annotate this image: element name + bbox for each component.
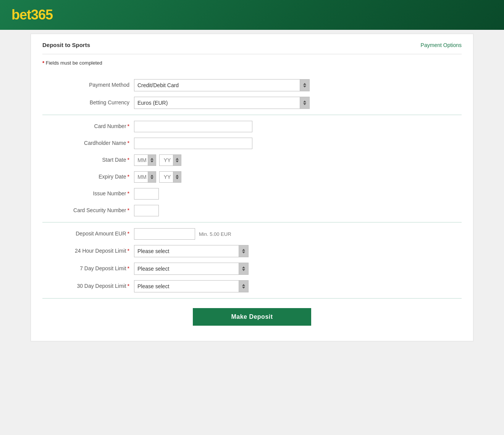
start-date-mm-input[interactable] xyxy=(134,154,156,166)
expiry-date-label: Expiry Date* xyxy=(42,173,134,181)
limit-24h-row: 24 Hour Deposit Limit* Please select xyxy=(42,245,462,257)
deposit-amount-req: * xyxy=(128,230,129,237)
card-security-row: Card Security Number* xyxy=(42,205,462,216)
card-number-label: Card Number* xyxy=(42,123,134,130)
page-title: Deposit to Sports xyxy=(42,42,90,48)
limit-24h-req: * xyxy=(128,248,129,254)
cardholder-name-req: * xyxy=(128,140,129,146)
betting-currency-select-wrapper: Euros (EUR) xyxy=(134,97,310,109)
card-number-input[interactable] xyxy=(134,121,252,132)
card-security-input[interactable] xyxy=(134,205,159,216)
expiry-date-yy-wrapper xyxy=(159,171,181,183)
limit-30day-select[interactable]: Please select xyxy=(134,280,249,292)
start-date-row: Start Date* xyxy=(42,154,462,166)
limit-24h-label: 24 Hour Deposit Limit* xyxy=(42,247,134,255)
card-security-req: * xyxy=(128,207,129,213)
required-asterisk: * xyxy=(42,60,44,66)
cardholder-name-input[interactable] xyxy=(134,138,252,149)
payment-options-link[interactable]: Payment Options xyxy=(421,42,462,48)
betting-currency-select[interactable]: Euros (EUR) xyxy=(134,97,310,109)
card-number-req: * xyxy=(128,123,129,129)
issue-number-row: Issue Number* xyxy=(42,188,462,200)
expiry-date-row: Expiry Date* xyxy=(42,171,462,183)
make-deposit-button[interactable]: Make Deposit xyxy=(193,308,311,326)
card-section: Card Number* Cardholder Name* Start Date… xyxy=(42,115,462,222)
main-container: Deposit to Sports Payment Options * Fiel… xyxy=(31,34,473,341)
payment-method-select[interactable]: Credit/Debit Card xyxy=(134,79,310,91)
limit-7day-label: 7 Day Deposit Limit* xyxy=(42,265,134,273)
limit-30day-row: 30 Day Deposit Limit* Please select xyxy=(42,280,462,292)
expiry-date-yy-input[interactable] xyxy=(159,171,181,183)
card-security-label: Card Security Number* xyxy=(42,207,134,214)
required-notice: * Fields must be completed xyxy=(42,60,462,66)
top-bar: Deposit to Sports Payment Options xyxy=(42,42,462,54)
logo-number: 365 xyxy=(31,7,53,23)
start-date-yy-input[interactable] xyxy=(159,154,181,166)
start-date-mm-wrapper xyxy=(134,154,156,166)
payment-method-row: Payment Method Credit/Debit Card xyxy=(42,79,462,91)
betting-currency-label: Betting Currency xyxy=(42,99,134,107)
logo: bet365 xyxy=(11,7,53,23)
limit-24h-select-wrapper: Please select xyxy=(134,245,249,257)
start-date-yy-wrapper xyxy=(159,154,181,166)
start-date-label: Start Date* xyxy=(42,156,134,164)
limit-7day-select[interactable]: Please select xyxy=(134,263,249,275)
logo-bet: bet xyxy=(11,7,31,23)
limit-7day-req: * xyxy=(128,265,129,271)
limit-30day-select-wrapper: Please select xyxy=(134,280,249,292)
deposit-amount-label: Deposit Amount EUR* xyxy=(42,230,134,238)
limit-7day-select-wrapper: Please select xyxy=(134,263,249,275)
deposit-amount-row: Deposit Amount EUR* Min. 5.00 EUR xyxy=(42,228,462,240)
expiry-date-req: * xyxy=(128,174,129,180)
payment-method-select-wrapper: Credit/Debit Card xyxy=(134,79,310,91)
betting-currency-row: Betting Currency Euros (EUR) xyxy=(42,97,462,109)
payment-method-label: Payment Method xyxy=(42,81,134,89)
header: bet365 xyxy=(0,0,504,30)
limit-7day-row: 7 Day Deposit Limit* Please select xyxy=(42,263,462,275)
required-text: Fields must be completed xyxy=(46,60,102,66)
issue-number-req: * xyxy=(128,190,129,196)
deposit-amount-input[interactable] xyxy=(134,228,195,240)
min-amount-text: Min. 5.00 EUR xyxy=(199,231,231,237)
limit-30day-label: 30 Day Deposit Limit* xyxy=(42,282,134,290)
issue-number-label: Issue Number* xyxy=(42,190,134,198)
expiry-date-mm-input[interactable] xyxy=(134,171,156,183)
deposit-section: Deposit Amount EUR* Min. 5.00 EUR 24 Hou… xyxy=(42,222,462,299)
payment-section: Payment Method Credit/Debit Card Betting… xyxy=(42,73,462,115)
cardholder-name-row: Cardholder Name* xyxy=(42,138,462,149)
limit-24h-select[interactable]: Please select xyxy=(134,245,249,257)
start-date-req: * xyxy=(128,157,129,163)
expiry-date-mm-wrapper xyxy=(134,171,156,183)
limit-30day-req: * xyxy=(128,283,129,289)
card-number-row: Card Number* xyxy=(42,121,462,132)
cardholder-name-label: Cardholder Name* xyxy=(42,140,134,147)
issue-number-input[interactable] xyxy=(134,188,159,200)
